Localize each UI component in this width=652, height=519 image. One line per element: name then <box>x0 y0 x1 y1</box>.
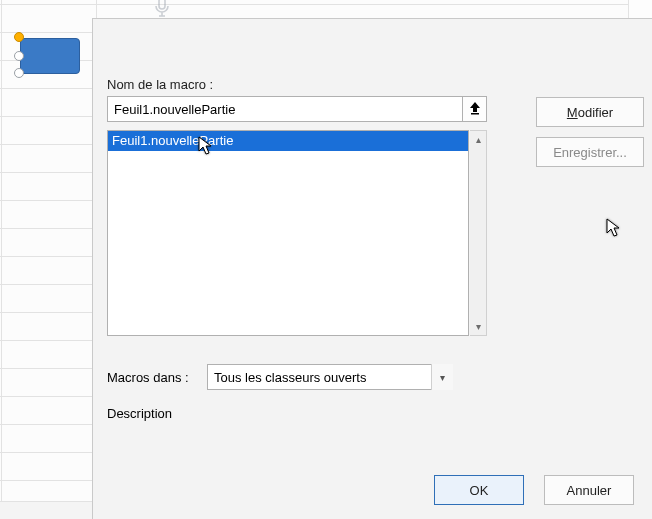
microphone-icon <box>150 0 178 18</box>
macros-scope-select[interactable] <box>207 364 453 390</box>
cancel-button[interactable]: Annuler <box>544 475 634 505</box>
ok-button[interactable]: OK <box>434 475 524 505</box>
description-label: Description <box>107 406 644 421</box>
shape-rect[interactable] <box>20 38 80 74</box>
macro-name-input[interactable] <box>107 96 463 122</box>
list-item[interactable]: Feuil1.nouvellePartie <box>108 131 468 151</box>
svg-rect-0 <box>471 113 479 115</box>
scroll-up-icon[interactable]: ▴ <box>470 131 487 148</box>
macro-listbox[interactable]: Feuil1.nouvellePartie <box>107 130 469 336</box>
go-to-macro-button[interactable] <box>463 96 487 122</box>
macro-dialog: Nom de la macro : Modifier Enregistrer..… <box>92 18 652 519</box>
macro-name-label: Nom de la macro : <box>107 77 644 92</box>
resize-handle-top-left[interactable] <box>14 32 24 42</box>
macros-scope-label: Macros dans : <box>107 370 197 385</box>
listbox-scrollbar[interactable]: ▴ ▾ <box>470 130 487 336</box>
arrow-up-icon <box>469 101 481 118</box>
resize-handle-bottom-left[interactable] <box>14 68 24 78</box>
resize-handle-mid-left[interactable] <box>14 51 24 61</box>
modify-button[interactable]: Modifier <box>536 97 644 127</box>
selected-shape[interactable] <box>20 38 80 74</box>
scroll-down-icon[interactable]: ▾ <box>470 318 487 335</box>
record-button: Enregistrer... <box>536 137 644 167</box>
